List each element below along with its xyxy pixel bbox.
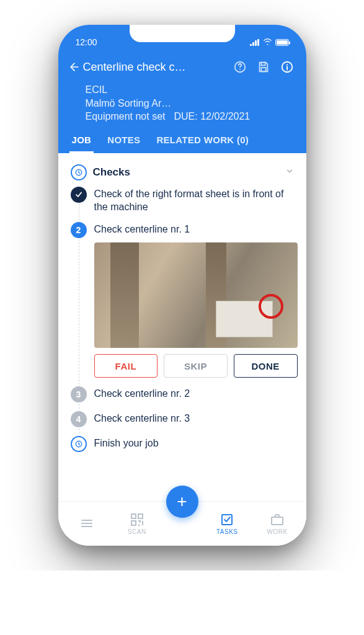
signal-icon [250, 39, 260, 46]
clock-icon [71, 436, 87, 452]
job-meta: ECIL Malmö Sorting Ar… Equipment not set… [68, 79, 296, 128]
svg-rect-12 [272, 517, 283, 525]
svg-rect-9 [138, 514, 143, 518]
nav-label: WORK [267, 528, 288, 535]
fail-button[interactable]: FAIL [94, 354, 158, 378]
step-item[interactable]: Check of the right format sheet is in fr… [71, 187, 298, 223]
save-button[interactable] [254, 58, 273, 76]
arrow-left-icon [68, 61, 81, 73]
fab-add-button[interactable]: + [166, 486, 198, 518]
briefcase-icon [270, 512, 285, 527]
meta-due: DUE: 12/02/2021 [174, 110, 250, 123]
section-header-checks[interactable]: Checks [67, 162, 298, 187]
svg-rect-2 [261, 63, 265, 66]
nav-tasks[interactable]: TASKS [202, 512, 252, 535]
titlebar: Centerline check c… [68, 55, 296, 79]
done-button[interactable]: DONE [234, 354, 298, 378]
phone-notch [130, 25, 235, 42]
tab-job[interactable]: JOB [69, 128, 94, 153]
plus-icon: + [177, 492, 187, 512]
bottom-nav: + SCAN TASKS WORK [58, 501, 306, 546]
qr-icon [130, 512, 144, 527]
info-icon [280, 60, 294, 74]
content-area: Checks Check of the right format sheet i… [58, 153, 306, 501]
help-button[interactable] [231, 58, 249, 76]
nav-label: TASKS [216, 528, 238, 535]
step-text: Check centerline nr. 3 [94, 412, 298, 425]
svg-rect-3 [261, 68, 265, 71]
page-title: Centerline check c… [83, 61, 186, 74]
save-icon [257, 60, 270, 74]
battery-icon [275, 39, 289, 46]
step-item[interactable]: 3 Check centerline nr. 2 [71, 386, 298, 411]
svg-rect-10 [131, 521, 136, 525]
tasks-icon [220, 512, 234, 527]
step-photo[interactable] [94, 242, 298, 348]
step-text: Check centerline nr. 1 [94, 223, 298, 236]
status-time: 12:00 [76, 37, 97, 47]
step-text: Check centerline nr. 2 [94, 388, 298, 401]
tabs: JOB NOTES RELATED WORK (0) [68, 128, 296, 153]
menu-icon [79, 516, 94, 531]
svg-rect-11 [222, 515, 232, 525]
clock-icon [71, 164, 87, 180]
status-indicators [250, 37, 289, 47]
meta-equipment: Equipment not set [86, 110, 166, 123]
help-icon [233, 60, 247, 74]
back-button[interactable]: Centerline check c… [68, 61, 226, 74]
phone-frame: 12:00 Centerline check c… [58, 25, 306, 546]
annotation-circle [259, 294, 283, 319]
step-item[interactable]: 4 Check centerline nr. 3 [71, 411, 298, 436]
step-marker-active: 2 [71, 222, 87, 238]
info-button[interactable] [278, 58, 296, 76]
step-marker-pending: 3 [71, 386, 87, 402]
nav-label: SCAN [128, 528, 146, 535]
nav-scan[interactable]: SCAN [112, 512, 162, 535]
nav-menu[interactable] [62, 516, 112, 532]
step-marker-pending: 4 [71, 411, 87, 427]
step-marker-done [71, 187, 87, 203]
nav-work[interactable]: WORK [252, 512, 303, 535]
svg-point-5 [286, 64, 287, 65]
step-item[interactable]: 2 Check centerline nr. 1 FAIL SKIP DONE [71, 222, 298, 386]
check-icon [74, 190, 83, 199]
step-item[interactable]: Finish your job [71, 436, 298, 461]
wifi-icon [263, 37, 272, 47]
meta-org: ECIL [86, 83, 294, 97]
tab-notes[interactable]: NOTES [105, 128, 143, 153]
svg-rect-8 [131, 514, 136, 518]
meta-location: Malmö Sorting Ar… [86, 97, 294, 110]
tab-related-work[interactable]: RELATED WORK (0) [154, 128, 251, 153]
steps-list: Check of the right format sheet is in fr… [67, 187, 298, 461]
step-actions: FAIL SKIP DONE [94, 354, 298, 378]
step-text: Check of the right format sheet is in fr… [94, 188, 298, 214]
chevron-down-icon [285, 167, 294, 178]
section-title: Checks [93, 166, 279, 179]
svg-point-1 [239, 69, 241, 70]
step-text: Finish your job [94, 437, 298, 450]
skip-button[interactable]: SKIP [164, 354, 228, 378]
header: Centerline check c… ECIL Malmö Sorting A… [58, 50, 306, 153]
